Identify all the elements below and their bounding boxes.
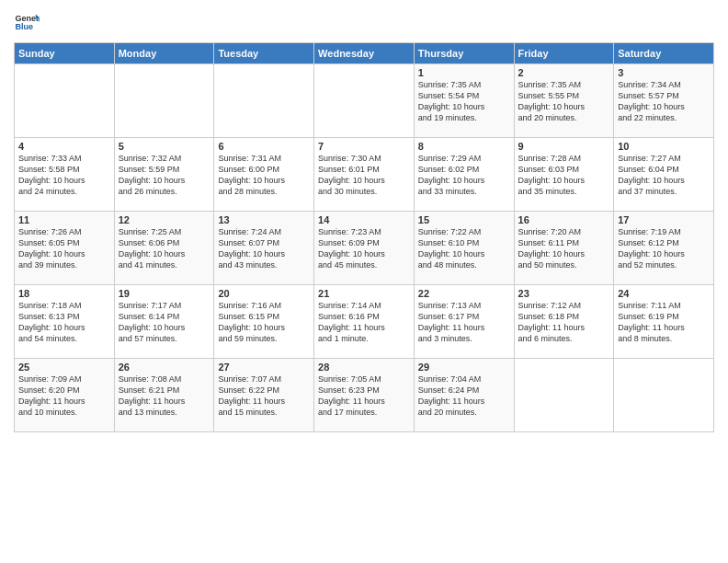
calendar-cell [514,359,614,432]
calendar-cell: 5Sunrise: 7:32 AM Sunset: 5:59 PM Daylig… [114,138,214,212]
weekday-header-saturday: Saturday [614,43,714,64]
header: General Blue [14,9,714,35]
calendar-cell: 28Sunrise: 7:05 AM Sunset: 6:23 PM Dayli… [314,359,415,432]
calendar-cell: 14Sunrise: 7:23 AM Sunset: 6:09 PM Dayli… [314,212,415,285]
day-number: 28 [318,362,410,373]
day-number: 29 [418,362,510,373]
calendar-cell: 29Sunrise: 7:04 AM Sunset: 6:24 PM Dayli… [414,359,514,432]
logo: General Blue [14,9,40,35]
day-number: 20 [218,288,310,299]
calendar-cell: 25Sunrise: 7:09 AM Sunset: 6:20 PM Dayli… [15,359,115,432]
calendar-cell: 2Sunrise: 7:35 AM Sunset: 5:55 PM Daylig… [514,64,614,138]
day-info: Sunrise: 7:31 AM Sunset: 6:00 PM Dayligh… [218,153,310,198]
weekday-header-friday: Friday [514,43,614,64]
day-info: Sunrise: 7:16 AM Sunset: 6:15 PM Dayligh… [218,300,310,345]
calendar-cell: 22Sunrise: 7:13 AM Sunset: 6:17 PM Dayli… [414,285,514,359]
day-info: Sunrise: 7:19 AM Sunset: 6:12 PM Dayligh… [618,226,710,271]
day-info: Sunrise: 7:33 AM Sunset: 5:58 PM Dayligh… [18,153,110,198]
day-info: Sunrise: 7:17 AM Sunset: 6:14 PM Dayligh… [119,300,210,345]
calendar-cell: 23Sunrise: 7:12 AM Sunset: 6:18 PM Dayli… [514,285,614,359]
day-number: 16 [518,214,610,225]
day-info: Sunrise: 7:22 AM Sunset: 6:10 PM Dayligh… [418,226,510,271]
day-info: Sunrise: 7:35 AM Sunset: 5:55 PM Dayligh… [518,79,610,124]
page-container: General Blue SundayMondayTuesdayWednesda… [0,0,728,437]
calendar-week-row: 18Sunrise: 7:18 AM Sunset: 6:13 PM Dayli… [15,285,714,359]
calendar-cell: 24Sunrise: 7:11 AM Sunset: 6:19 PM Dayli… [614,285,714,359]
day-info: Sunrise: 7:23 AM Sunset: 6:09 PM Dayligh… [318,226,410,271]
day-info: Sunrise: 7:25 AM Sunset: 6:06 PM Dayligh… [119,226,210,271]
calendar-cell: 18Sunrise: 7:18 AM Sunset: 6:13 PM Dayli… [15,285,115,359]
weekday-header-wednesday: Wednesday [314,43,415,64]
calendar-cell: 1Sunrise: 7:35 AM Sunset: 5:54 PM Daylig… [414,64,514,138]
day-info: Sunrise: 7:11 AM Sunset: 6:19 PM Dayligh… [618,300,710,345]
calendar-header-row: SundayMondayTuesdayWednesdayThursdayFrid… [15,43,714,64]
day-number: 26 [119,362,210,373]
day-info: Sunrise: 7:04 AM Sunset: 6:24 PM Dayligh… [418,373,510,419]
day-info: Sunrise: 7:12 AM Sunset: 6:18 PM Dayligh… [518,300,610,345]
weekday-header-thursday: Thursday [414,43,514,64]
day-number: 8 [418,141,510,152]
day-number: 11 [18,214,110,225]
day-number: 12 [119,214,210,225]
day-info: Sunrise: 7:26 AM Sunset: 6:05 PM Dayligh… [18,226,110,271]
day-number: 23 [518,288,610,299]
day-info: Sunrise: 7:29 AM Sunset: 6:02 PM Dayligh… [418,153,510,198]
svg-text:Blue: Blue [15,22,33,31]
day-info: Sunrise: 7:34 AM Sunset: 5:57 PM Dayligh… [618,79,710,124]
logo-icon: General Blue [14,9,40,35]
calendar-cell [114,64,214,138]
day-number: 1 [418,67,510,78]
calendar-cell: 11Sunrise: 7:26 AM Sunset: 6:05 PM Dayli… [15,212,115,285]
day-info: Sunrise: 7:32 AM Sunset: 5:59 PM Dayligh… [119,153,210,198]
day-number: 2 [518,67,610,78]
day-number: 18 [18,288,110,299]
day-info: Sunrise: 7:08 AM Sunset: 6:21 PM Dayligh… [119,373,210,419]
day-number: 4 [18,141,110,152]
calendar-week-row: 11Sunrise: 7:26 AM Sunset: 6:05 PM Dayli… [15,212,714,285]
calendar-body: 1Sunrise: 7:35 AM Sunset: 5:54 PM Daylig… [15,64,714,432]
weekday-header-tuesday: Tuesday [214,43,314,64]
calendar-week-row: 25Sunrise: 7:09 AM Sunset: 6:20 PM Dayli… [15,359,714,432]
day-info: Sunrise: 7:05 AM Sunset: 6:23 PM Dayligh… [318,373,410,419]
day-info: Sunrise: 7:24 AM Sunset: 6:07 PM Dayligh… [218,226,310,271]
day-number: 13 [218,214,310,225]
calendar-week-row: 1Sunrise: 7:35 AM Sunset: 5:54 PM Daylig… [15,64,714,138]
day-number: 6 [218,141,310,152]
calendar-table: SundayMondayTuesdayWednesdayThursdayFrid… [14,42,714,432]
day-number: 7 [318,141,410,152]
day-number: 19 [119,288,210,299]
calendar-cell: 4Sunrise: 7:33 AM Sunset: 5:58 PM Daylig… [15,138,115,212]
calendar-cell [15,64,115,138]
calendar-cell: 27Sunrise: 7:07 AM Sunset: 6:22 PM Dayli… [214,359,314,432]
day-info: Sunrise: 7:35 AM Sunset: 5:54 PM Dayligh… [418,79,510,124]
calendar-cell: 10Sunrise: 7:27 AM Sunset: 6:04 PM Dayli… [614,138,714,212]
day-info: Sunrise: 7:09 AM Sunset: 6:20 PM Dayligh… [18,373,110,419]
day-info: Sunrise: 7:30 AM Sunset: 6:01 PM Dayligh… [318,153,410,198]
calendar-cell: 6Sunrise: 7:31 AM Sunset: 6:00 PM Daylig… [214,138,314,212]
day-number: 9 [518,141,610,152]
calendar-cell: 8Sunrise: 7:29 AM Sunset: 6:02 PM Daylig… [414,138,514,212]
calendar-cell: 15Sunrise: 7:22 AM Sunset: 6:10 PM Dayli… [414,212,514,285]
day-info: Sunrise: 7:20 AM Sunset: 6:11 PM Dayligh… [518,226,610,271]
day-info: Sunrise: 7:13 AM Sunset: 6:17 PM Dayligh… [418,300,510,345]
calendar-cell: 16Sunrise: 7:20 AM Sunset: 6:11 PM Dayli… [514,212,614,285]
calendar-cell: 21Sunrise: 7:14 AM Sunset: 6:16 PM Dayli… [314,285,415,359]
calendar-cell [214,64,314,138]
day-number: 17 [618,214,710,225]
day-number: 21 [318,288,410,299]
day-number: 27 [218,362,310,373]
calendar-cell: 9Sunrise: 7:28 AM Sunset: 6:03 PM Daylig… [514,138,614,212]
calendar-cell: 19Sunrise: 7:17 AM Sunset: 6:14 PM Dayli… [114,285,214,359]
calendar-cell: 26Sunrise: 7:08 AM Sunset: 6:21 PM Dayli… [114,359,214,432]
day-number: 24 [618,288,710,299]
day-info: Sunrise: 7:27 AM Sunset: 6:04 PM Dayligh… [618,153,710,198]
day-number: 5 [119,141,210,152]
day-number: 14 [318,214,410,225]
day-info: Sunrise: 7:28 AM Sunset: 6:03 PM Dayligh… [518,153,610,198]
calendar-cell: 12Sunrise: 7:25 AM Sunset: 6:06 PM Dayli… [114,212,214,285]
weekday-header-sunday: Sunday [15,43,115,64]
calendar-cell: 13Sunrise: 7:24 AM Sunset: 6:07 PM Dayli… [214,212,314,285]
day-info: Sunrise: 7:07 AM Sunset: 6:22 PM Dayligh… [218,373,310,419]
day-info: Sunrise: 7:18 AM Sunset: 6:13 PM Dayligh… [18,300,110,345]
calendar-cell [314,64,415,138]
